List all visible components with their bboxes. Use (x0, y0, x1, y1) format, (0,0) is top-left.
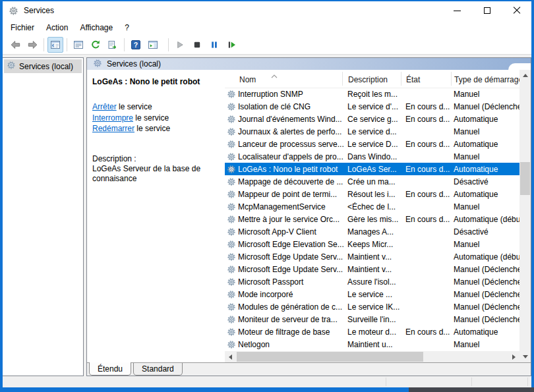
menu-fichier[interactable]: Fichier (5, 21, 40, 34)
service-description-cell: LoGeAs Ser... (347, 165, 405, 174)
restart-service-link[interactable]: Redémarrer (92, 124, 134, 133)
table-row[interactable]: Mappeur de point de termi...Résout les i… (225, 188, 519, 200)
pause-button[interactable] (206, 37, 222, 53)
table-row[interactable]: Lanceur de processus serve...Le service … (225, 138, 519, 150)
table-row[interactable]: Modules de génération de c...Le service … (225, 300, 519, 313)
table-row[interactable]: Moniteur de serveur de tra...Surveille l… (225, 313, 519, 325)
link-suffix: le service (133, 113, 169, 123)
vertical-scrollbar[interactable] (519, 70, 531, 362)
play-button[interactable] (172, 37, 188, 53)
service-name-cell: Microsoft Passport (238, 277, 347, 287)
service-description-cell: Crée un ma... (347, 177, 405, 186)
menu-affichage[interactable]: Affichage (74, 21, 119, 34)
gear-icon (225, 90, 238, 99)
service-description-cell: <Échec de l... (347, 202, 405, 211)
service-description-cell: Gère les mis... (347, 215, 405, 224)
gear-icon (225, 265, 238, 274)
tab-etendu[interactable]: Étendu (89, 362, 131, 376)
scroll-right-icon[interactable] (508, 351, 519, 362)
gear-icon (225, 177, 238, 186)
service-description-cell: Dans Windo... (347, 152, 405, 161)
service-description-cell: Ce service g... (347, 115, 405, 124)
service-name-cell: Journaux & alertes de perfo... (238, 127, 347, 136)
table-row[interactable]: LoGeAs : Nono le petit robotLoGeAs Ser..… (225, 163, 519, 175)
vertical-scrollbar-thumb[interactable] (520, 162, 530, 195)
table-row[interactable]: Microsoft Edge Elevation Se...Keeps Micr… (225, 238, 519, 250)
service-name-cell: Microsoft Edge Update Serv... (238, 252, 347, 262)
minimize-icon (454, 11, 461, 11)
title-bar: Services (3, 1, 531, 20)
table-row[interactable]: NetlogonMaintient u...Manuel (225, 338, 519, 350)
maximize-button[interactable] (472, 1, 502, 20)
stop-icon (192, 40, 202, 50)
service-name-cell: Mettre à jour le service Orc... (238, 215, 347, 224)
horizontal-scrollbar[interactable] (225, 351, 519, 362)
table-row[interactable]: Interruption SNMPReçoit les m...Manuel (225, 88, 519, 100)
table-row[interactable]: Microsoft PassportAssure l'isol...Manuel… (225, 275, 519, 288)
table-row[interactable]: Mode incorporéLe service ...Manuel (Décl… (225, 288, 519, 300)
close-button[interactable] (502, 1, 531, 20)
service-status-cell: En cours d... (405, 165, 454, 174)
toolbar: ? (3, 35, 531, 55)
show-action-pane-button[interactable] (145, 37, 161, 53)
service-description-cell: Le service d... (347, 127, 405, 136)
table-row[interactable]: Microsoft App-V ClientManages A...Désact… (225, 225, 519, 238)
menu-action[interactable]: Action (40, 21, 74, 34)
scroll-down-icon[interactable] (519, 351, 531, 362)
table-row[interactable]: Journaux & alertes de perfo...Le service… (225, 125, 519, 138)
service-description-cell: Reçoit les m... (347, 90, 405, 99)
gear-icon (225, 327, 238, 337)
show-console-tree-icon (50, 40, 61, 50)
table-row[interactable]: Moteur de filtrage de baseLe moteur d...… (225, 325, 519, 338)
table-row[interactable]: Microsoft Edge Update Serv...Maintient v… (225, 250, 519, 263)
service-action-line: Arrêter le service (92, 101, 218, 113)
service-startup-type-cell: Manuel (454, 127, 519, 136)
column-header-row: Nom Description État Type de démarrage (225, 70, 519, 88)
column-header-etat[interactable]: État (406, 75, 420, 84)
properties-button[interactable] (71, 37, 86, 53)
sidebar-item-services-local[interactable]: Services (local) (4, 59, 82, 73)
table-row[interactable]: McpManagementService<Échec de l...Manuel (225, 200, 519, 213)
tab-standard[interactable]: Standard (133, 363, 183, 376)
scroll-left-icon[interactable] (225, 351, 236, 362)
column-header-description[interactable]: Description (348, 75, 388, 84)
forward-arrow-button[interactable] (24, 37, 40, 53)
service-description-cell: Résout les i... (347, 190, 405, 199)
table-row[interactable]: Isolation de clé CNGLe service d'...En c… (225, 100, 519, 113)
service-name-cell: Moniteur de serveur de tra... (238, 315, 347, 324)
export-list-button[interactable] (105, 37, 121, 53)
refresh-button[interactable] (88, 37, 104, 53)
table-row[interactable]: Mappage de découverte de ...Crée un ma..… (225, 175, 519, 188)
menu-help[interactable]: ? (119, 21, 135, 34)
help-button[interactable]: ? (128, 37, 144, 53)
column-header-nom[interactable]: Nom (239, 75, 256, 84)
svg-text:?: ? (134, 41, 138, 49)
resume-button[interactable] (223, 37, 239, 53)
service-detail-pane: LoGeAs : Nono le petit robot Arrêter le … (87, 70, 225, 362)
column-divider[interactable] (342, 72, 343, 86)
table-row[interactable]: Microsoft Edge Update Serv...Maintient v… (225, 263, 519, 275)
minimize-button[interactable] (442, 1, 472, 20)
service-description-cell: Le service ... (347, 290, 405, 299)
horizontal-scrollbar-thumb[interactable] (237, 352, 423, 362)
scroll-up-icon[interactable] (519, 70, 531, 81)
service-name-cell: Lanceur de processus serve... (238, 140, 347, 149)
column-header-type-demarrage[interactable]: Type de démarrage (454, 75, 523, 84)
column-divider[interactable] (401, 72, 401, 86)
stop-service-link[interactable]: Arrêter (92, 102, 117, 111)
stop-button[interactable] (189, 37, 205, 53)
table-row[interactable]: Mettre à jour le service Orc...Gère les … (225, 213, 519, 225)
column-divider[interactable] (451, 72, 452, 86)
table-row[interactable]: Localisateur d'appels de pro...Dans Wind… (225, 150, 519, 163)
services-list: Nom Description État Type de démarrage I… (225, 70, 531, 362)
back-arrow-button[interactable] (7, 37, 23, 53)
gear-icon (225, 152, 238, 161)
table-row[interactable]: Journal d'événements Wind...Ce service g… (225, 113, 519, 125)
service-name-cell: Localisateur d'appels de pro... (238, 152, 347, 161)
service-action-line: Interrompre le service (92, 113, 218, 124)
show-console-tree-button[interactable] (47, 37, 63, 53)
service-startup-type-cell: Automatique (454, 165, 519, 174)
service-startup-type-cell: Automatique (454, 327, 519, 337)
gear-icon (225, 165, 238, 174)
pause-service-link[interactable]: Interrompre (92, 113, 133, 123)
